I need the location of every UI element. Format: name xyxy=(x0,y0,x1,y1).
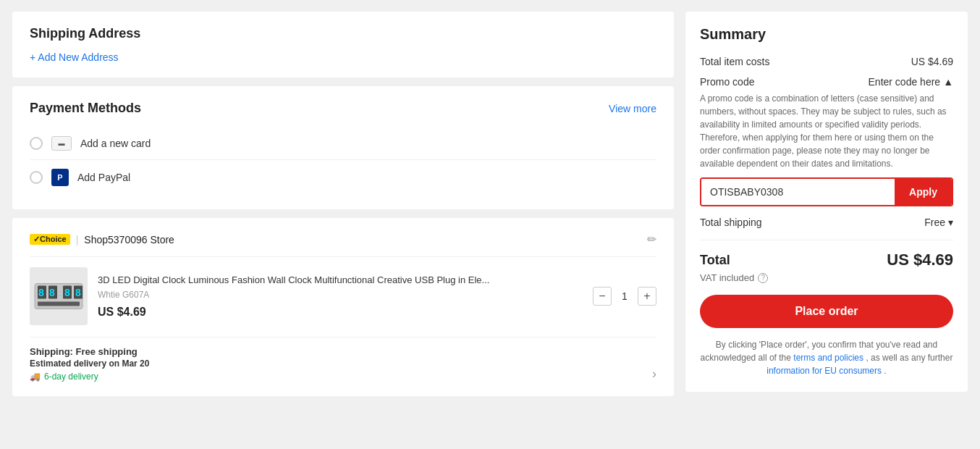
total-shipping-row: Total shipping Free ▾ xyxy=(700,217,953,228)
total-shipping-label: Total shipping xyxy=(700,217,762,228)
place-order-button[interactable]: Place order xyxy=(700,295,953,328)
product-price: US $4.69 xyxy=(98,306,583,319)
qty-increase-button[interactable]: + xyxy=(638,287,656,306)
promo-code-row: Promo code Enter code here ▲ xyxy=(700,76,953,88)
shipping-chevron-icon: ▾ xyxy=(948,217,953,228)
summary-card: Summary Total item costs US $4.69 Promo … xyxy=(685,12,968,392)
svg-rect-10 xyxy=(38,302,80,306)
svg-text:8: 8 xyxy=(75,287,81,298)
disclaimer-text: By clicking 'Place order', you confirm t… xyxy=(700,338,953,377)
edit-icon[interactable]: ✏ xyxy=(647,232,656,246)
payment-methods-card: Payment Methods View more ▬ Add a new ca… xyxy=(12,86,674,209)
svg-text:8: 8 xyxy=(38,287,44,298)
add-paypal-label: Add PayPal xyxy=(77,172,130,183)
delivery-badge: 🚚 6-day delivery xyxy=(30,372,149,382)
promo-code-link-text: Enter code here xyxy=(869,76,941,88)
store-info: ✓Choice | Shop5370096 Store xyxy=(30,234,174,246)
store-product-card: ✓Choice | Shop5370096 Store ✏ 8 8 : xyxy=(12,218,674,396)
promo-code-label: Promo code xyxy=(700,76,754,88)
paypal-icon: P xyxy=(51,169,69,186)
promo-description: A promo code is a combination of letters… xyxy=(700,92,953,170)
store-separator: | xyxy=(76,234,79,246)
shipping-estimate-text: Estimated delivery on xyxy=(30,358,119,369)
delivery-speed: 6-day delivery xyxy=(44,372,98,382)
product-name: 3D LED Digital Clock Luminous Fashion Wa… xyxy=(98,274,583,287)
shipping-free-text: Free xyxy=(924,217,945,228)
product-variant: Whtie G607A xyxy=(98,290,583,300)
payment-methods-title: Payment Methods xyxy=(30,101,141,116)
chevron-up-icon: ▲ xyxy=(943,76,953,88)
svg-text:8: 8 xyxy=(49,287,55,298)
payment-option-card[interactable]: ▬ Add a new card xyxy=(30,127,656,160)
quantity-controls: − 1 + xyxy=(593,287,656,306)
vat-text: VAT included xyxy=(700,272,754,283)
store-name[interactable]: Shop5370096 Store xyxy=(84,234,174,246)
product-details: 3D LED Digital Clock Luminous Fashion Wa… xyxy=(98,274,583,319)
vat-row: VAT included ? xyxy=(700,272,953,283)
total-item-costs-row: Total item costs US $4.69 xyxy=(700,56,953,67)
add-new-address-link[interactable]: + Add New Address xyxy=(30,51,656,63)
payment-option-paypal[interactable]: P Add PayPal xyxy=(30,160,656,195)
apply-button[interactable]: Apply xyxy=(895,179,952,205)
svg-text:8: 8 xyxy=(64,287,70,298)
summary-panel: Summary Total item costs US $4.69 Promo … xyxy=(685,12,968,396)
qty-decrease-button[interactable]: − xyxy=(593,287,612,306)
product-image: 8 8 : 8 8 xyxy=(30,267,88,325)
radio-paypal[interactable] xyxy=(30,171,43,184)
product-row: 8 8 : 8 8 3D LED Digital Clock Luminous … xyxy=(30,267,656,325)
total-label: Total xyxy=(700,253,730,268)
eu-consumers-link[interactable]: information for EU consumers xyxy=(766,366,882,376)
total-row: Total US $4.69 xyxy=(700,251,953,269)
truck-icon: 🚚 xyxy=(30,372,41,382)
shipping-text-block: Shipping: Free shipping Estimated delive… xyxy=(30,346,149,382)
shipping-label: Shipping: Free shipping xyxy=(30,346,149,357)
radio-card[interactable] xyxy=(30,137,43,150)
delivery-date: Mar 20 xyxy=(122,358,149,369)
svg-text::: : xyxy=(59,288,61,298)
total-value: US $4.69 xyxy=(887,251,953,269)
store-header: ✓Choice | Shop5370096 Store ✏ xyxy=(30,232,656,257)
disclaimer-middle: , as well as any further xyxy=(866,353,952,363)
divider xyxy=(700,240,953,240)
qty-value: 1 xyxy=(619,290,630,302)
total-shipping-value: Free ▾ xyxy=(924,217,953,228)
vat-info-icon[interactable]: ? xyxy=(758,273,768,283)
terms-link[interactable]: terms and policies xyxy=(793,353,863,363)
summary-title: Summary xyxy=(700,26,953,43)
view-more-link[interactable]: View more xyxy=(609,103,656,114)
credit-card-icon: ▬ xyxy=(51,136,72,151)
shipping-address-title: Shipping Address xyxy=(30,26,656,41)
total-item-costs-value: US $4.69 xyxy=(911,56,953,67)
shipping-address-card: Shipping Address + Add New Address xyxy=(12,12,674,77)
promo-input-row: Apply xyxy=(700,177,953,206)
choice-badge: ✓Choice xyxy=(30,234,70,245)
promo-code-toggle[interactable]: Enter code here ▲ xyxy=(869,76,953,88)
shipping-info: Shipping: Free shipping Estimated delive… xyxy=(30,337,656,382)
promo-code-input[interactable] xyxy=(701,179,895,205)
shipping-estimate: Estimated delivery on Mar 20 xyxy=(30,358,149,369)
add-card-label: Add a new card xyxy=(80,138,151,149)
disclaimer-end: . xyxy=(884,366,886,376)
chevron-right-icon[interactable]: › xyxy=(652,366,656,382)
total-item-costs-label: Total item costs xyxy=(700,56,769,67)
payment-methods-header: Payment Methods View more xyxy=(30,101,656,116)
